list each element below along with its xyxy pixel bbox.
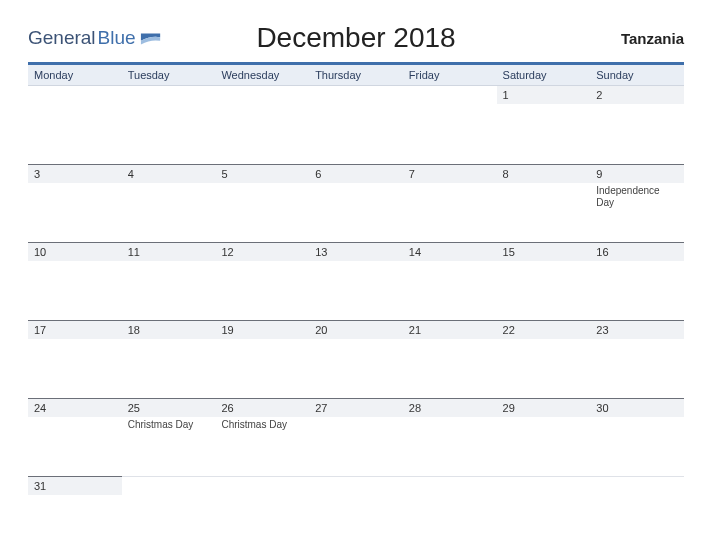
date-number: 2	[590, 86, 684, 104]
calendar-cell: 31	[28, 476, 122, 550]
date-number: 6	[309, 164, 403, 183]
calendar-cell: 7	[403, 164, 497, 242]
date-number: 27	[309, 398, 403, 417]
date-number	[122, 476, 216, 494]
calendar-cell: 25Christmas Day	[122, 398, 216, 476]
calendar-week: 31	[28, 476, 684, 550]
calendar-cell: 15	[497, 242, 591, 320]
calendar-cell: 13	[309, 242, 403, 320]
calendar-cell: 20	[309, 320, 403, 398]
calendar-cell: 5	[215, 164, 309, 242]
date-number: 28	[403, 398, 497, 417]
calendar-cell: 2	[590, 86, 684, 164]
calendar-cell: 26Christmas Day	[215, 398, 309, 476]
calendar-event: Independence Day	[590, 183, 684, 211]
weekday-label: Thursday	[309, 65, 403, 85]
calendar-cell: 17	[28, 320, 122, 398]
date-number	[403, 476, 497, 494]
calendar-cell: 22	[497, 320, 591, 398]
calendar-week: 2425Christmas Day26Christmas Day27282930	[28, 398, 684, 476]
calendar-cell	[309, 86, 403, 164]
date-number: 9	[590, 164, 684, 183]
date-number: 5	[215, 164, 309, 183]
calendar-cell	[28, 86, 122, 164]
weekday-header: Monday Tuesday Wednesday Thursday Friday…	[28, 65, 684, 86]
date-number: 14	[403, 242, 497, 261]
calendar-cell: 12	[215, 242, 309, 320]
date-number: 21	[403, 320, 497, 339]
date-number: 26	[215, 398, 309, 417]
date-number: 20	[309, 320, 403, 339]
date-number	[590, 476, 684, 494]
date-number: 31	[28, 476, 122, 495]
calendar-cell: 30	[590, 398, 684, 476]
date-number: 4	[122, 164, 216, 183]
calendar-cell	[309, 476, 403, 550]
calendar-cell: 3	[28, 164, 122, 242]
date-number	[215, 476, 309, 494]
brand-text-1: General	[28, 27, 96, 49]
brand-text-2: Blue	[98, 27, 136, 49]
date-number	[215, 86, 309, 104]
date-number: 1	[497, 86, 591, 104]
date-number: 7	[403, 164, 497, 183]
calendar-cell: 19	[215, 320, 309, 398]
calendar-cell	[497, 476, 591, 550]
calendar-cell: 4	[122, 164, 216, 242]
calendar-cell: 14	[403, 242, 497, 320]
date-number: 11	[122, 242, 216, 261]
calendar-cell	[590, 476, 684, 550]
calendar-event: Christmas Day	[215, 417, 309, 433]
date-number	[497, 476, 591, 494]
date-number	[309, 86, 403, 104]
brand-logo: GeneralBlue	[28, 27, 162, 49]
weekday-label: Saturday	[497, 65, 591, 85]
date-number: 22	[497, 320, 591, 339]
calendar-cell: 27	[309, 398, 403, 476]
calendar-cell: 24	[28, 398, 122, 476]
date-number: 24	[28, 398, 122, 417]
calendar-cell: 1	[497, 86, 591, 164]
date-number: 13	[309, 242, 403, 261]
calendar-cell: 16	[590, 242, 684, 320]
calendar-week: 10111213141516	[28, 242, 684, 320]
weekday-label: Wednesday	[215, 65, 309, 85]
date-number: 8	[497, 164, 591, 183]
date-number: 17	[28, 320, 122, 339]
country-label: Tanzania	[621, 30, 684, 47]
date-number: 29	[497, 398, 591, 417]
calendar-cell: 18	[122, 320, 216, 398]
date-number	[309, 476, 403, 494]
calendar-title: December 2018	[256, 22, 455, 54]
calendar-cell: 11	[122, 242, 216, 320]
calendar-cell	[122, 476, 216, 550]
weekday-label: Monday	[28, 65, 122, 85]
calendar-cell: 23	[590, 320, 684, 398]
date-number: 15	[497, 242, 591, 261]
calendar-cell: 6	[309, 164, 403, 242]
calendar-cell	[215, 476, 309, 550]
date-number	[28, 86, 122, 104]
calendar-cell: 10	[28, 242, 122, 320]
calendar-cell	[403, 476, 497, 550]
calendar-cell: 29	[497, 398, 591, 476]
calendar-week: 17181920212223	[28, 320, 684, 398]
date-number: 19	[215, 320, 309, 339]
date-number	[122, 86, 216, 104]
date-number: 3	[28, 164, 122, 183]
brand-flag-icon	[140, 30, 162, 46]
date-number: 30	[590, 398, 684, 417]
calendar-cell: 8	[497, 164, 591, 242]
date-number	[403, 86, 497, 104]
calendar-event: Christmas Day	[122, 417, 216, 433]
calendar-cell: 21	[403, 320, 497, 398]
calendar-week: 12	[28, 86, 684, 164]
calendar-cell: 28	[403, 398, 497, 476]
calendar-grid: 123456789Independence Day101112131415161…	[28, 86, 684, 550]
calendar-cell: 9Independence Day	[590, 164, 684, 242]
calendar-cell	[122, 86, 216, 164]
date-number: 12	[215, 242, 309, 261]
date-number: 18	[122, 320, 216, 339]
date-number: 10	[28, 242, 122, 261]
weekday-label: Sunday	[590, 65, 684, 85]
